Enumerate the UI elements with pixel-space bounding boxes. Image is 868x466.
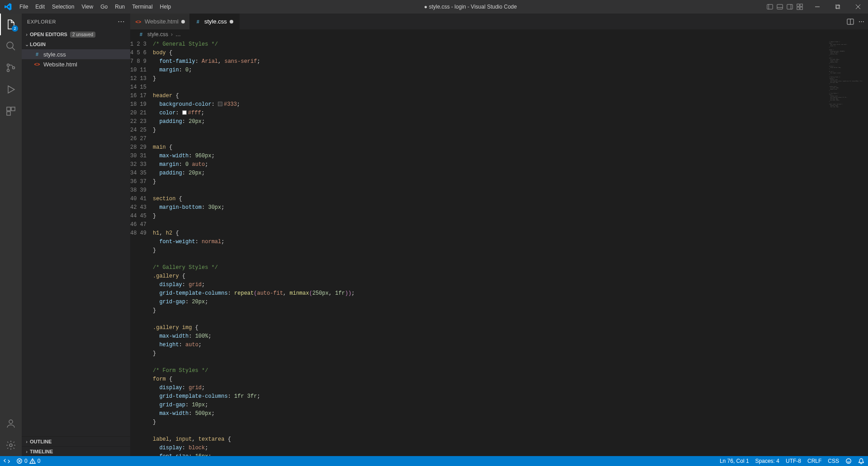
css-file-icon: # [33, 51, 41, 58]
split-editor-icon[interactable] [847, 18, 854, 25]
svg-rect-0 [767, 5, 773, 9]
svg-rect-12 [836, 5, 840, 9]
layout-controls [766, 3, 803, 10]
menu-help[interactable]: Help [156, 0, 175, 14]
css-file-icon: # [137, 31, 145, 38]
run-debug-activity[interactable] [0, 79, 22, 100]
menu-edit[interactable]: Edit [32, 0, 48, 14]
dirty-indicator-icon [230, 20, 233, 24]
menu-file[interactable]: File [16, 0, 32, 14]
css-file-icon: # [194, 18, 202, 25]
chevron-down-icon: ⌄ [24, 42, 30, 47]
warning-count: 0 [38, 458, 41, 464]
settings-activity[interactable] [0, 434, 22, 456]
chevron-right-icon: › [24, 449, 30, 454]
accounts-activity[interactable] [0, 413, 22, 434]
editor-tab[interactable]: <>Website.html [130, 14, 190, 29]
explorer-badge: 2 [12, 25, 18, 32]
toggle-panel-bottom-icon[interactable] [776, 3, 783, 10]
file-item[interactable]: #style.css [22, 49, 130, 59]
feedback-icon[interactable] [845, 458, 852, 464]
svg-rect-20 [7, 107, 10, 111]
svg-rect-2 [777, 5, 783, 9]
problems-status[interactable]: 0 0 [16, 458, 40, 464]
customize-layout-icon[interactable] [796, 3, 803, 10]
cursor-position[interactable]: Ln 76, Col 1 [720, 458, 749, 464]
html-file-icon: <> [135, 18, 142, 25]
outline-label: OUTLINE [30, 439, 52, 444]
minimap[interactable]: /* General Styles */ body { font-family:… [827, 39, 868, 456]
sidebar-more-icon[interactable]: ⋯ [118, 17, 125, 26]
minimize-button[interactable] [807, 0, 827, 14]
breadcrumb-ellipsis: … [175, 31, 181, 38]
extensions-activity[interactable] [0, 100, 22, 122]
tab-label: style.css [204, 18, 227, 25]
svg-point-18 [7, 70, 9, 72]
menu-terminal[interactable]: Terminal [128, 0, 156, 14]
folder-label: LOGIN [30, 42, 46, 47]
open-editors-label: OPEN EDITORS [30, 32, 67, 37]
menu-view[interactable]: View [78, 0, 97, 14]
activity-bar: 2 [0, 14, 22, 456]
menu-run[interactable]: Run [111, 0, 128, 14]
chevron-right-icon: › [24, 32, 30, 37]
notifications-icon[interactable] [858, 458, 864, 464]
menu-go[interactable]: Go [97, 0, 111, 14]
svg-point-17 [7, 64, 9, 66]
svg-rect-9 [800, 7, 802, 9]
explorer-sidebar: EXPLORER ⋯ › OPEN EDITORS 2 unsaved ⌄ LO… [22, 14, 130, 456]
title-bar: FileEditSelectionViewGoRunTerminalHelp ●… [0, 0, 868, 14]
error-count: 0 [24, 458, 28, 464]
window-controls [807, 0, 868, 14]
folder-section[interactable]: ⌄ LOGIN [22, 39, 130, 49]
indentation-status[interactable]: Spaces: 4 [755, 458, 779, 464]
search-activity[interactable] [0, 35, 22, 57]
svg-rect-4 [787, 5, 793, 9]
breadcrumb[interactable]: # style.css › … [130, 29, 868, 39]
svg-rect-21 [11, 107, 15, 111]
explorer-activity[interactable]: 2 [0, 14, 22, 35]
svg-rect-8 [797, 7, 799, 9]
encoding-status[interactable]: UTF-8 [786, 458, 801, 464]
svg-point-23 [9, 420, 13, 424]
breadcrumb-file: style.css [147, 31, 168, 38]
svg-rect-11 [835, 5, 839, 8]
more-actions-icon[interactable]: ⋯ [859, 18, 864, 25]
remote-indicator[interactable] [4, 458, 10, 464]
sidebar-title: EXPLORER [27, 19, 56, 24]
html-file-icon: <> [33, 61, 41, 68]
eol-status[interactable]: CRLF [807, 458, 821, 464]
code-editor[interactable]: /* General Styles */body { font-family: … [153, 39, 827, 456]
window-title: ● style.css - login - Visual Studio Code [175, 4, 766, 10]
timeline-label: TIMELINE [30, 449, 53, 454]
svg-point-19 [13, 67, 15, 69]
editor-tab[interactable]: #style.css [190, 14, 240, 29]
editor-group: <>Website.html#style.css ⋯ # style.css ›… [130, 14, 868, 456]
toggle-panel-right-icon[interactable] [786, 3, 793, 10]
dirty-indicator-icon [181, 20, 185, 24]
svg-line-16 [12, 47, 15, 50]
source-control-activity[interactable] [0, 57, 22, 79]
language-status[interactable]: CSS [828, 458, 839, 464]
file-item[interactable]: <>Website.html [22, 59, 130, 69]
line-number-gutter: 1 2 3 4 5 6 7 8 9 10 11 12 13 14 15 16 1… [130, 39, 153, 456]
svg-point-15 [7, 42, 13, 48]
svg-point-32 [846, 459, 851, 464]
chevron-right-icon: › [171, 31, 173, 38]
svg-rect-7 [800, 4, 802, 6]
color-swatch-icon [218, 102, 222, 106]
svg-rect-6 [797, 4, 799, 6]
vscode-logo-icon [0, 3, 16, 10]
timeline-section[interactable]: › TIMELINE [22, 446, 130, 456]
open-editors-section[interactable]: › OPEN EDITORS 2 unsaved [22, 29, 130, 39]
tab-label: Website.html [145, 18, 179, 25]
outline-section[interactable]: › OUTLINE [22, 436, 130, 446]
maximize-button[interactable] [827, 0, 848, 14]
menu-selection[interactable]: Selection [48, 0, 78, 14]
close-button[interactable] [848, 0, 868, 14]
svg-rect-22 [7, 112, 10, 115]
editor-tabs: <>Website.html#style.css ⋯ [130, 14, 868, 29]
toggle-panel-left-icon[interactable] [766, 3, 774, 10]
sidebar-header: EXPLORER ⋯ [22, 14, 130, 29]
unsaved-badge: 2 unsaved [70, 32, 95, 38]
